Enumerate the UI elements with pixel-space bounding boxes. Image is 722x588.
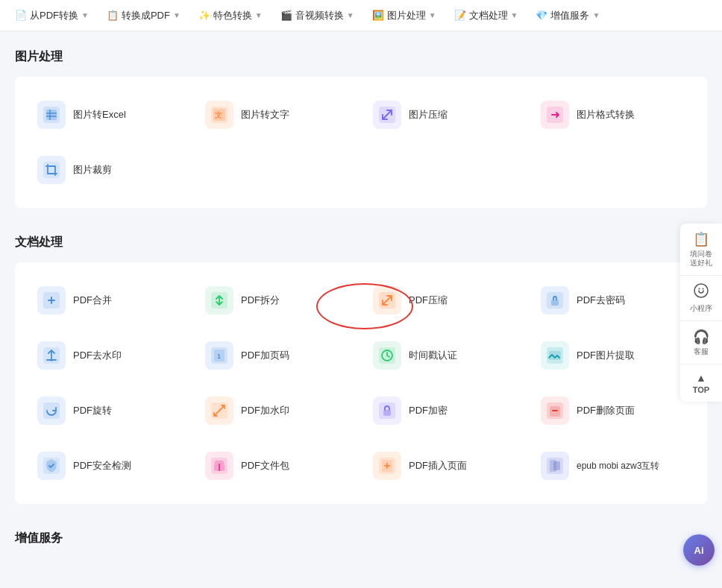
service-icon: 🎧 (693, 329, 709, 345)
doc-icon: 📝 (454, 10, 466, 22)
service-label: 客服 (694, 347, 709, 356)
tool-pdf-decrypt-icon (541, 286, 569, 314)
nav-doc-label: 文档处理 (469, 9, 508, 22)
tool-pdf-watermark-rm[interactable]: PDF去水印 (30, 332, 189, 379)
tool-img-compress-label: 图片压缩 (409, 108, 448, 121)
tool-pdf-security-label: PDF安全检测 (73, 459, 131, 472)
image-section-title: 图片处理 (15, 49, 707, 65)
tool-pdf-timestamp-icon (373, 341, 401, 370)
tool-pdf-package-label: PDF文件包 (241, 459, 289, 472)
tool-img-excel[interactable]: 图片转Excel (30, 92, 189, 138)
tool-pdf-watermark-add-label: PDF加水印 (241, 404, 289, 417)
tool-pdf-insert-page[interactable]: PDF插入页面 (365, 443, 524, 489)
value-icon: 💎 (536, 10, 547, 22)
tool-pdf-merge-label: PDF合并 (73, 294, 112, 307)
tool-img-excel-icon (37, 101, 66, 129)
miniapp-icon (694, 283, 709, 302)
nav-value[interactable]: 💎 增值服务 ▼ (527, 0, 609, 31)
tool-pdf-merge-icon (37, 286, 66, 314)
nav-from-pdf-label: 从PDF转换 (30, 9, 78, 22)
nav-av[interactable]: 🎬 音视频转换 ▼ (271, 0, 363, 31)
survey-button[interactable]: 📋 填问卷 送好礼 (680, 224, 722, 276)
tool-img-text-icon: 文 (205, 101, 233, 129)
tool-pdf-decrypt-label: PDF去密码 (577, 294, 625, 307)
survey-icon: 📋 (693, 231, 709, 247)
tool-pdf-watermark-add[interactable]: PDF加水印 (198, 388, 357, 434)
tool-pdf-encrypt-icon (373, 396, 401, 425)
tool-pdf-watermark-rm-icon (37, 341, 66, 370)
value-section-title: 增值服务 (15, 531, 707, 546)
tool-pdf-watermark-add-icon (205, 396, 233, 425)
nav-special[interactable]: ✨ 特色转换 ▼ (189, 0, 271, 31)
tool-img-crop-icon (37, 156, 66, 184)
right-sidebar: 📋 填问卷 送好礼 小程序 🎧 客服 ▲ TOP (680, 224, 722, 402)
tool-img-excel-label: 图片转Excel (73, 108, 126, 121)
ai-button[interactable]: Ai (683, 534, 715, 566)
tool-pdf-merge[interactable]: PDF合并 (30, 277, 189, 323)
survey-label: 填问卷 送好礼 (690, 250, 712, 268)
tool-pdf-package-icon (205, 452, 233, 480)
miniapp-label: 小程序 (690, 304, 712, 313)
tool-pdf-img-extract-icon (541, 341, 569, 370)
tool-pdf-timestamp[interactable]: 时间戳认证 (365, 332, 524, 379)
tool-pdf-compress[interactable]: PDF压缩 (365, 277, 524, 323)
miniapp-button[interactable]: 小程序 (680, 276, 722, 321)
tool-epub-mobi[interactable]: epub mobi azw3互转 (533, 443, 692, 489)
tool-pdf-rotate[interactable]: PDF旋转 (30, 388, 189, 434)
tool-pdf-package[interactable]: PDF文件包 (198, 443, 357, 489)
tool-pdf-compress-icon (373, 286, 401, 314)
svg-rect-39 (553, 461, 560, 470)
svg-rect-25 (43, 402, 60, 419)
tool-epub-mobi-label: epub mobi azw3互转 (577, 460, 659, 472)
tool-pdf-split-icon (205, 286, 233, 314)
tool-pdf-rotate-label: PDF旋转 (73, 404, 112, 417)
nav-doc[interactable]: 📝 文档处理 ▼ (445, 0, 527, 31)
tool-pdf-page-num[interactable]: 1 PDF加页码 (198, 332, 357, 379)
tool-pdf-page-num-label: PDF加页码 (241, 349, 289, 362)
tool-img-format-icon (541, 101, 569, 129)
nav-arrow3: ▼ (255, 11, 263, 19)
tool-img-text[interactable]: 文 图片转文字 (198, 92, 357, 138)
doc-section-title: 文档处理 (15, 235, 707, 250)
av-icon: 🎬 (280, 10, 292, 22)
tool-pdf-encrypt[interactable]: PDF加密 (365, 388, 524, 434)
nav-from-pdf[interactable]: 📄 从PDF转换 ▼ (6, 0, 98, 31)
nav-arrow6: ▼ (511, 11, 518, 19)
top-arrow-icon: ▲ (696, 372, 706, 384)
top-navigation: 📄 从PDF转换 ▼ 📋 转换成PDF ▼ ✨ 特色转换 ▼ 🎬 音视频转换 ▼… (0, 0, 722, 31)
tool-pdf-watermark-rm-label: PDF去水印 (73, 349, 122, 362)
tool-pdf-decrypt[interactable]: PDF去密码 (533, 277, 692, 323)
top-button[interactable]: ▲ TOP (680, 364, 722, 402)
tool-pdf-security[interactable]: PDF安全检测 (30, 443, 189, 489)
svg-text:文: 文 (215, 111, 222, 119)
tool-img-text-label: 图片转文字 (241, 108, 289, 121)
nav-value-label: 增值服务 (550, 9, 589, 22)
tool-img-format[interactable]: 图片格式转换 (533, 92, 692, 138)
tool-pdf-page-num-icon: 1 (205, 341, 233, 370)
nav-arrow5: ▼ (429, 11, 436, 19)
nav-arrow7: ▼ (592, 11, 600, 19)
tool-pdf-compress-label: PDF压缩 (409, 294, 448, 307)
nav-image-label: 图片处理 (387, 9, 426, 22)
svg-rect-10 (43, 162, 60, 178)
from-pdf-icon: 📄 (15, 10, 27, 22)
doc-tools-grid: PDF合并 PDF拆分 (15, 262, 707, 504)
nav-av-label: 音视频转换 (295, 9, 344, 22)
tool-pdf-del-page-icon (541, 396, 569, 425)
svg-text:1: 1 (217, 353, 221, 360)
service-button[interactable]: 🎧 客服 (680, 321, 722, 364)
tool-pdf-img-extract[interactable]: PDF图片提取 (533, 332, 692, 379)
tool-pdf-insert-page-icon (373, 452, 401, 480)
svg-rect-15 (551, 300, 559, 306)
tool-img-compress[interactable]: 图片压缩 (365, 92, 524, 138)
tool-pdf-img-extract-label: PDF图片提取 (577, 349, 635, 362)
tool-pdf-split[interactable]: PDF拆分 (198, 277, 357, 323)
tool-pdf-insert-page-label: PDF插入页面 (409, 459, 467, 472)
nav-image[interactable]: 🖼️ 图片处理 ▼ (363, 0, 445, 31)
tool-pdf-del-page[interactable]: PDF删除页面 (533, 388, 692, 434)
nav-arrow2: ▼ (173, 11, 180, 19)
tool-img-crop[interactable]: 图片裁剪 (30, 147, 189, 193)
ai-button-label: Ai (694, 545, 704, 556)
nav-special-label: 特色转换 (213, 9, 252, 22)
nav-to-pdf[interactable]: 📋 转换成PDF ▼ (98, 0, 189, 31)
